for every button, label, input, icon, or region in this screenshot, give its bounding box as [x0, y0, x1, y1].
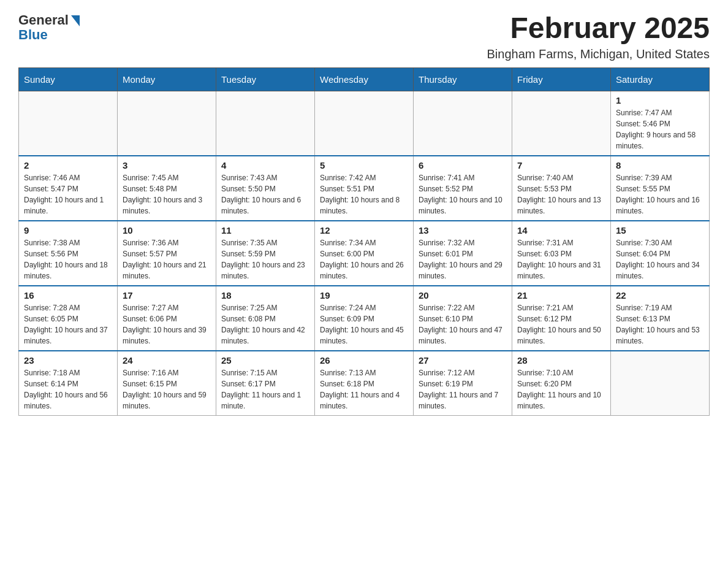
day-info: Sunrise: 7:13 AMSunset: 6:18 PMDaylight:…	[320, 367, 408, 412]
page-header: General Blue February 2025 Bingham Farms…	[18, 12, 710, 61]
day-number: 10	[123, 225, 211, 236]
col-wednesday: Wednesday	[315, 67, 414, 91]
table-row: 26Sunrise: 7:13 AMSunset: 6:18 PMDayligh…	[315, 351, 414, 416]
day-info: Sunrise: 7:46 AMSunset: 5:47 PMDaylight:…	[24, 172, 112, 216]
table-row: 2Sunrise: 7:46 AMSunset: 5:47 PMDaylight…	[19, 156, 118, 221]
table-row: 22Sunrise: 7:19 AMSunset: 6:13 PMDayligh…	[611, 286, 710, 351]
location-title: Bingham Farms, Michigan, United States	[487, 47, 710, 61]
col-friday: Friday	[512, 67, 611, 91]
calendar-week-1: 1Sunrise: 7:47 AMSunset: 5:46 PMDaylight…	[19, 91, 710, 156]
day-number: 24	[123, 355, 211, 366]
day-info: Sunrise: 7:16 AMSunset: 6:15 PMDaylight:…	[123, 367, 211, 412]
day-info: Sunrise: 7:27 AMSunset: 6:06 PMDaylight:…	[123, 302, 211, 347]
table-row	[414, 91, 512, 156]
table-row: 15Sunrise: 7:30 AMSunset: 6:04 PMDayligh…	[611, 221, 710, 286]
calendar-table: Sunday Monday Tuesday Wednesday Thursday…	[18, 67, 710, 416]
table-row: 16Sunrise: 7:28 AMSunset: 6:05 PMDayligh…	[19, 286, 118, 351]
logo-arrow-icon	[71, 15, 80, 26]
day-info: Sunrise: 7:30 AMSunset: 6:04 PMDaylight:…	[616, 237, 704, 282]
day-number: 18	[221, 290, 309, 301]
day-number: 22	[616, 290, 704, 301]
day-number: 21	[517, 290, 605, 301]
table-row: 8Sunrise: 7:39 AMSunset: 5:55 PMDaylight…	[611, 156, 710, 221]
day-number: 11	[221, 225, 309, 236]
day-info: Sunrise: 7:12 AMSunset: 6:19 PMDaylight:…	[419, 367, 507, 412]
day-number: 1	[616, 95, 704, 105]
day-info: Sunrise: 7:43 AMSunset: 5:50 PMDaylight:…	[221, 172, 309, 216]
day-info: Sunrise: 7:22 AMSunset: 6:10 PMDaylight:…	[419, 302, 507, 347]
day-number: 13	[419, 225, 507, 236]
table-row	[118, 91, 216, 156]
table-row: 6Sunrise: 7:41 AMSunset: 5:52 PMDaylight…	[414, 156, 512, 221]
table-row	[216, 91, 315, 156]
day-info: Sunrise: 7:25 AMSunset: 6:08 PMDaylight:…	[221, 302, 309, 347]
day-number: 16	[24, 290, 112, 301]
day-number: 17	[123, 290, 211, 301]
day-info: Sunrise: 7:45 AMSunset: 5:48 PMDaylight:…	[123, 172, 211, 216]
table-row: 7Sunrise: 7:40 AMSunset: 5:53 PMDaylight…	[512, 156, 611, 221]
calendar-header-row: Sunday Monday Tuesday Wednesday Thursday…	[19, 67, 710, 91]
table-row: 28Sunrise: 7:10 AMSunset: 6:20 PMDayligh…	[512, 351, 611, 416]
table-row	[611, 351, 710, 416]
day-info: Sunrise: 7:19 AMSunset: 6:13 PMDaylight:…	[616, 302, 704, 347]
table-row: 21Sunrise: 7:21 AMSunset: 6:12 PMDayligh…	[512, 286, 611, 351]
col-saturday: Saturday	[611, 67, 710, 91]
table-row: 14Sunrise: 7:31 AMSunset: 6:03 PMDayligh…	[512, 221, 611, 286]
day-number: 6	[419, 160, 507, 170]
day-info: Sunrise: 7:34 AMSunset: 6:00 PMDaylight:…	[320, 237, 408, 282]
col-thursday: Thursday	[414, 67, 512, 91]
day-info: Sunrise: 7:15 AMSunset: 6:17 PMDaylight:…	[221, 367, 309, 412]
day-info: Sunrise: 7:18 AMSunset: 6:14 PMDaylight:…	[24, 367, 112, 412]
table-row	[19, 91, 118, 156]
day-info: Sunrise: 7:10 AMSunset: 6:20 PMDaylight:…	[517, 367, 605, 412]
day-number: 23	[24, 355, 112, 366]
day-number: 9	[24, 225, 112, 236]
day-number: 19	[320, 290, 408, 301]
day-number: 15	[616, 225, 704, 236]
day-info: Sunrise: 7:24 AMSunset: 6:09 PMDaylight:…	[320, 302, 408, 347]
day-number: 12	[320, 225, 408, 236]
day-info: Sunrise: 7:38 AMSunset: 5:56 PMDaylight:…	[24, 237, 112, 282]
day-info: Sunrise: 7:21 AMSunset: 6:12 PMDaylight:…	[517, 302, 605, 347]
day-info: Sunrise: 7:47 AMSunset: 5:46 PMDaylight:…	[616, 107, 704, 151]
day-info: Sunrise: 7:40 AMSunset: 5:53 PMDaylight:…	[517, 172, 605, 216]
day-info: Sunrise: 7:42 AMSunset: 5:51 PMDaylight:…	[320, 172, 408, 216]
table-row: 3Sunrise: 7:45 AMSunset: 5:48 PMDaylight…	[118, 156, 216, 221]
day-info: Sunrise: 7:28 AMSunset: 6:05 PMDaylight:…	[24, 302, 112, 347]
calendar-week-3: 9Sunrise: 7:38 AMSunset: 5:56 PMDaylight…	[19, 221, 710, 286]
col-tuesday: Tuesday	[216, 67, 315, 91]
day-number: 4	[221, 160, 309, 170]
table-row: 5Sunrise: 7:42 AMSunset: 5:51 PMDaylight…	[315, 156, 414, 221]
logo: General Blue	[18, 12, 80, 43]
table-row: 9Sunrise: 7:38 AMSunset: 5:56 PMDaylight…	[19, 221, 118, 286]
title-section: February 2025 Bingham Farms, Michigan, U…	[487, 12, 710, 61]
day-number: 5	[320, 160, 408, 170]
logo-general-text: General	[18, 12, 69, 28]
day-number: 20	[419, 290, 507, 301]
table-row: 1Sunrise: 7:47 AMSunset: 5:46 PMDaylight…	[611, 91, 710, 156]
table-row: 10Sunrise: 7:36 AMSunset: 5:57 PMDayligh…	[118, 221, 216, 286]
day-number: 3	[123, 160, 211, 170]
month-title: February 2025	[487, 12, 710, 45]
day-number: 8	[616, 160, 704, 170]
table-row: 18Sunrise: 7:25 AMSunset: 6:08 PMDayligh…	[216, 286, 315, 351]
table-row: 4Sunrise: 7:43 AMSunset: 5:50 PMDaylight…	[216, 156, 315, 221]
day-info: Sunrise: 7:32 AMSunset: 6:01 PMDaylight:…	[419, 237, 507, 282]
col-sunday: Sunday	[19, 67, 118, 91]
logo-blue-text: Blue	[18, 27, 48, 43]
day-number: 25	[221, 355, 309, 366]
table-row: 17Sunrise: 7:27 AMSunset: 6:06 PMDayligh…	[118, 286, 216, 351]
table-row: 24Sunrise: 7:16 AMSunset: 6:15 PMDayligh…	[118, 351, 216, 416]
table-row: 23Sunrise: 7:18 AMSunset: 6:14 PMDayligh…	[19, 351, 118, 416]
day-number: 27	[419, 355, 507, 366]
day-info: Sunrise: 7:41 AMSunset: 5:52 PMDaylight:…	[419, 172, 507, 216]
table-row: 19Sunrise: 7:24 AMSunset: 6:09 PMDayligh…	[315, 286, 414, 351]
day-info: Sunrise: 7:31 AMSunset: 6:03 PMDaylight:…	[517, 237, 605, 282]
day-number: 14	[517, 225, 605, 236]
calendar-week-5: 23Sunrise: 7:18 AMSunset: 6:14 PMDayligh…	[19, 351, 710, 416]
calendar-week-4: 16Sunrise: 7:28 AMSunset: 6:05 PMDayligh…	[19, 286, 710, 351]
day-number: 7	[517, 160, 605, 170]
table-row	[512, 91, 611, 156]
day-info: Sunrise: 7:39 AMSunset: 5:55 PMDaylight:…	[616, 172, 704, 216]
day-info: Sunrise: 7:35 AMSunset: 5:59 PMDaylight:…	[221, 237, 309, 282]
